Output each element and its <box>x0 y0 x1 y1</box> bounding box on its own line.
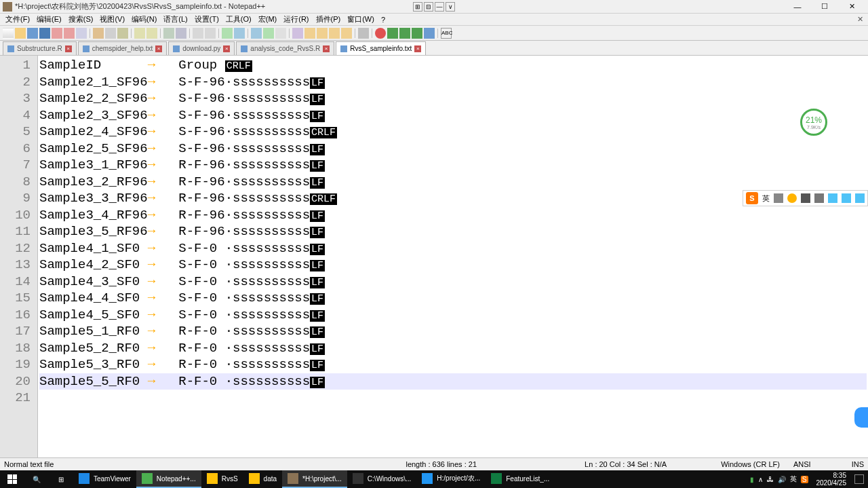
editor-line[interactable]: Sample3_4_RF96→ R-F-96·ssssssssssLF <box>39 207 867 224</box>
taskbar-item-0[interactable]: TeamViewer <box>73 470 136 488</box>
tab-close-icon[interactable]: × <box>223 45 230 52</box>
status-insert-mode[interactable]: INS <box>852 460 864 468</box>
download-progress-badge[interactable]: 21% 7.9K/s <box>800 109 827 136</box>
taskbar-item-6[interactable]: H:/project/农... <box>416 470 486 488</box>
print-button[interactable] <box>76 28 87 39</box>
tab-0[interactable]: Substructure.R× <box>3 41 77 55</box>
copy-button[interactable] <box>105 28 116 39</box>
widget-1-icon[interactable]: ⊞ <box>413 2 422 12</box>
minimize-button[interactable]: — <box>784 1 811 13</box>
close-all-button[interactable] <box>64 28 75 39</box>
taskbar-item-1[interactable]: Notepad++... <box>136 470 201 488</box>
ime-lang-label[interactable]: 英 <box>762 193 770 204</box>
macro-record-button[interactable] <box>375 28 386 39</box>
maximize-button[interactable]: ☐ <box>811 1 838 13</box>
func-list-button[interactable] <box>329 28 340 39</box>
tab-4[interactable]: RvsS_sampleinfo.txt× <box>336 41 426 55</box>
indent-guide-button[interactable] <box>275 28 286 39</box>
menu-6[interactable]: 设置(T) <box>192 13 222 26</box>
tab-close-icon[interactable]: × <box>323 45 330 52</box>
tray-chevron-icon[interactable]: ∧ <box>758 476 763 483</box>
editor-line[interactable] <box>39 390 867 407</box>
editor-line[interactable]: Sample2_4_SF96→ S-F-96·ssssssssssCRLF <box>39 124 867 140</box>
editor-line[interactable]: Sample5_1_RF0 → R-F-0 ·ssssssssssLF <box>39 323 867 340</box>
zoom-in-button[interactable] <box>193 28 203 39</box>
widget-3-icon[interactable]: — <box>435 2 444 12</box>
editor-line[interactable]: Sample3_5_RF96→ R-F-96·ssssssssssLF <box>39 223 867 240</box>
paste-button[interactable] <box>117 28 128 39</box>
teamviewer-side-panel-icon[interactable] <box>854 407 868 428</box>
editor-content[interactable]: SampleID → Group CRLFSample2_1_SF96→ S-F… <box>38 56 868 457</box>
editor-line[interactable]: Sample2_2_SF96→ S-F-96·ssssssssssLF <box>39 90 867 107</box>
editor-line[interactable]: Sample5_3_RF0 → R-F-0 ·ssssssssssLF <box>39 356 867 373</box>
menu-7[interactable]: 工具(O) <box>223 13 254 26</box>
ime-skin-icon[interactable] <box>828 193 837 203</box>
editor-line[interactable]: Sample3_1_RF96→ R-F-96·ssssssssssLF <box>39 157 867 174</box>
menu-3[interactable]: 视图(V) <box>97 13 127 26</box>
folder-workspace-button[interactable] <box>341 28 352 39</box>
ime-logo-icon[interactable]: S <box>746 192 758 204</box>
save-all-button[interactable] <box>39 28 50 39</box>
menu-1[interactable]: 编辑(E) <box>34 13 64 26</box>
tray-ime-icon[interactable]: S <box>801 476 808 483</box>
macro-play-multi-button[interactable] <box>412 28 422 39</box>
tab-close-icon[interactable]: × <box>65 45 72 52</box>
menu-11[interactable]: 窗口(W) <box>344 13 377 26</box>
taskbar-search-button[interactable]: 🔍 <box>24 470 49 488</box>
editor-line[interactable]: Sample5_2_RF0 → R-F-0 ·ssssssssssLF <box>39 340 867 357</box>
open-file-button[interactable] <box>15 28 26 39</box>
ime-keyboard-icon[interactable] <box>814 193 824 203</box>
undo-button[interactable] <box>134 28 145 39</box>
taskview-button[interactable]: ⊞ <box>49 470 73 488</box>
ime-settings-icon[interactable] <box>855 193 865 203</box>
editor-line[interactable]: Sample2_1_SF96→ S-F-96·ssssssssssLF <box>39 74 867 91</box>
status-encoding[interactable]: ANSI <box>793 460 811 468</box>
zoom-out-button[interactable] <box>205 28 216 39</box>
find-button[interactable] <box>163 28 174 39</box>
notification-center-button[interactable] <box>854 474 864 484</box>
status-eol[interactable]: Windows (CR LF) <box>721 460 780 468</box>
tab-close-icon[interactable]: × <box>155 45 162 52</box>
redo-button[interactable] <box>146 28 157 39</box>
editor-line[interactable]: Sample3_2_RF96→ R-F-96·ssssssssssLF <box>39 174 867 191</box>
start-button[interactable] <box>0 470 24 488</box>
udl-button[interactable] <box>292 28 303 39</box>
taskbar-item-2[interactable]: RvsS <box>201 470 243 488</box>
taskbar-clock[interactable]: 8:35 2020/4/25 <box>812 472 851 487</box>
tab-close-icon[interactable]: × <box>414 45 421 52</box>
menu-2[interactable]: 搜索(S) <box>66 13 96 26</box>
doc-map-button[interactable] <box>304 28 315 39</box>
menu-12[interactable]: ? <box>378 14 388 25</box>
tab-3[interactable]: analysis_code_RvsS.R× <box>236 41 334 55</box>
widget-4-icon[interactable]: ∨ <box>446 2 455 12</box>
widget-2-icon[interactable]: ⊟ <box>424 2 433 12</box>
ime-toolbar[interactable]: S 英 <box>743 190 868 206</box>
taskbar-item-3[interactable]: data <box>243 470 282 488</box>
editor-line[interactable]: Sample4_3_SF0 → S-F-0 ·ssssssssssLF <box>39 274 867 290</box>
monitor-button[interactable] <box>358 28 369 39</box>
editor-line[interactable]: Sample4_2_SF0 → S-F-0 ·ssssssssssLF <box>39 257 867 274</box>
menu-4[interactable]: 编码(N) <box>129 13 159 26</box>
editor-line[interactable]: Sample2_3_SF96→ S-F-96·ssssssssssLF <box>39 107 867 124</box>
spellcheck-button[interactable]: ABC <box>441 28 452 39</box>
sync-vscroll-button[interactable] <box>222 28 233 39</box>
sync-hscroll-button[interactable] <box>234 28 245 39</box>
tray-volume-icon[interactable]: 🔊 <box>778 476 786 483</box>
macro-play-button[interactable] <box>399 28 410 39</box>
ime-punct-icon[interactable] <box>774 193 783 203</box>
editor-line[interactable]: Sample4_4_SF0 → S-F-0 ·ssssssssssLF <box>39 290 867 307</box>
save-button[interactable] <box>27 28 38 39</box>
editor-line[interactable]: Sample4_1_SF0 → S-F-0 ·ssssssssssLF <box>39 240 867 257</box>
panel-close-icon[interactable]: ✕ <box>857 15 865 23</box>
menu-9[interactable]: 运行(R) <box>281 13 311 26</box>
taskbar-item-5[interactable]: C:\Windows\... <box>347 470 416 488</box>
tab-2[interactable]: download.py× <box>168 41 235 55</box>
menu-0[interactable]: 文件(F) <box>3 13 33 26</box>
cut-button[interactable] <box>93 28 104 39</box>
ime-emoji-icon[interactable] <box>787 193 797 203</box>
ime-voice-icon[interactable] <box>801 193 810 203</box>
tray-network-icon[interactable]: 🖧 <box>767 476 774 483</box>
new-file-button[interactable] <box>3 28 14 39</box>
menu-8[interactable]: 宏(M) <box>256 13 280 26</box>
tab-1[interactable]: chemspider_help.txt× <box>78 41 167 55</box>
